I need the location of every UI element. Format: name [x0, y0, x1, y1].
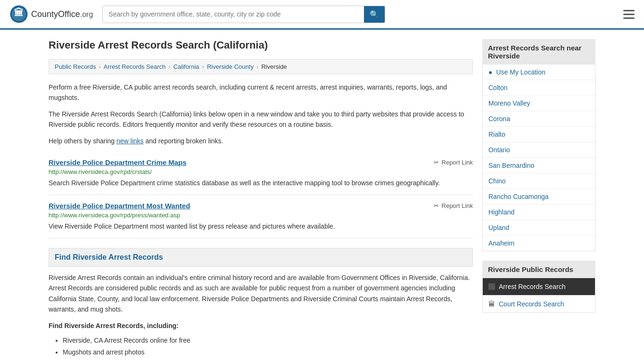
content-area: Riverside Arrest Records Search (Califor… [49, 39, 473, 358]
pub-records-list: Arrest Records Search 🏛 Court Records Se… [482, 278, 595, 313]
pub-record-arrest-search[interactable]: Arrest Records Search [483, 278, 595, 296]
bullet-item-1: Riverside, CA Arrest Records online for … [63, 335, 473, 346]
breadcrumb-california[interactable]: California [173, 63, 199, 70]
record-desc-1: Search Riverside Police Department crime… [49, 178, 473, 188]
report-link-2[interactable]: ✂ Report Link [434, 202, 473, 209]
record-link-2[interactable]: Riverside Police Department Most Wanted [49, 202, 190, 210]
search-icon: 🔍 [370, 10, 379, 18]
find-subheading: Find Riverside Arrest Records, including… [49, 321, 473, 331]
menu-button[interactable] [623, 10, 635, 19]
logo-text: CountyOffice.org [31, 9, 93, 19]
description-1: Perform a free Riverside, CA public arre… [49, 82, 473, 103]
breadcrumb: Public Records › Arrest Records Search ›… [49, 59, 473, 74]
sidebar: Arrest Records Search near Riverside ● U… [482, 39, 595, 358]
description-3: Help others by sharing new links and rep… [49, 136, 473, 146]
record-item-2: Riverside Police Department Most Wanted … [49, 195, 473, 239]
main-container: Riverside Arrest Records Search (Califor… [39, 30, 605, 362]
pub-record-court-search[interactable]: 🏛 Court Records Search [483, 296, 595, 313]
nearby-city-rancho-cucamonga[interactable]: Rancho Cucamonga [483, 189, 595, 205]
use-my-location-item[interactable]: ● Use My Location [483, 65, 595, 80]
nearby-city-colton[interactable]: Colton [483, 80, 595, 96]
nearby-city-corona[interactable]: Corona [483, 111, 595, 127]
description-2: The Riverside Arrest Records Search (Cal… [49, 109, 473, 130]
nearby-title: Arrest Records Search near Riverside [482, 39, 595, 65]
use-my-location-link[interactable]: Use My Location [496, 68, 545, 76]
report-link-icon-1: ✂ [434, 159, 439, 166]
search-button[interactable]: 🔍 [364, 6, 385, 23]
location-icon: ● [488, 68, 492, 76]
bullet-item-2: Mugshots and arrest photos [63, 346, 473, 358]
breadcrumb-sep-4: › [256, 63, 258, 70]
menu-line-1 [623, 10, 635, 11]
breadcrumb-sep-2: › [168, 63, 170, 70]
nearby-city-upland[interactable]: Upland [483, 220, 595, 236]
page-header: 🏛 CountyOffice.org 🔍 [0, 0, 644, 30]
nearby-section: Arrest Records Search near Riverside ● U… [482, 39, 595, 251]
search-input[interactable] [103, 7, 364, 22]
record-item-1: Riverside Police Department Crime Maps ✂… [49, 152, 473, 195]
report-link-icon-2: ✂ [434, 202, 439, 209]
search-bar: 🔍 [102, 6, 385, 23]
nearby-city-moreno-valley[interactable]: Moreno Valley [483, 96, 595, 111]
breadcrumb-public-records[interactable]: Public Records [55, 63, 96, 70]
nearby-city-ontario[interactable]: Ontario [483, 142, 595, 158]
svg-text:🏛: 🏛 [14, 7, 24, 18]
find-section-header: Find Riverside Arrest Records [49, 248, 473, 267]
record-desc-2: View Riverside Police Department most wa… [49, 222, 473, 231]
menu-line-3 [623, 17, 635, 19]
menu-line-2 [623, 14, 635, 15]
record-url-1: http://www.riversideca.gov/rpd/crstats/ [49, 168, 473, 175]
report-link-1[interactable]: ✂ Report Link [434, 159, 473, 166]
nearby-list: ● Use My Location Colton Moreno Valley C… [482, 65, 595, 251]
nearby-city-highland[interactable]: Highland [483, 205, 595, 220]
new-links-link[interactable]: new links [116, 137, 144, 145]
court-search-link[interactable]: Court Records Search [499, 300, 564, 308]
breadcrumb-sep-3: › [202, 63, 204, 70]
logo-icon: 🏛 [9, 5, 28, 24]
arrest-search-icon [488, 283, 495, 290]
nearby-city-rialto[interactable]: Rialto [483, 127, 595, 142]
nearby-city-san-bernardino[interactable]: San Bernardino [483, 158, 595, 173]
breadcrumb-arrest-records[interactable]: Arrest Records Search [104, 63, 166, 70]
pub-records-section: Riverside Public Records Arrest Records … [482, 261, 595, 313]
court-search-icon: 🏛 [488, 300, 495, 308]
logo-link[interactable]: 🏛 CountyOffice.org [9, 5, 93, 24]
breadcrumb-riverside-county[interactable]: Riverside County [207, 63, 254, 70]
breadcrumb-sep-1: › [99, 63, 100, 70]
find-section-body: Riverside Arrest Records contain an indi… [49, 272, 473, 315]
record-item-2-header: Riverside Police Department Most Wanted … [49, 202, 473, 210]
arrest-search-link[interactable]: Arrest Records Search [499, 283, 566, 290]
record-url-2: http://www.riversideca.gov/rpd/press/wan… [49, 212, 473, 219]
nearby-city-anaheim[interactable]: Anaheim [483, 236, 595, 251]
page-title: Riverside Arrest Records Search (Califor… [49, 39, 473, 51]
record-item-1-header: Riverside Police Department Crime Maps ✂… [49, 158, 473, 166]
record-link-1[interactable]: Riverside Police Department Crime Maps [49, 158, 187, 166]
pub-records-title: Riverside Public Records [482, 261, 595, 278]
bullet-list: Riverside, CA Arrest Records online for … [49, 335, 473, 358]
nearby-city-chino[interactable]: Chino [483, 173, 595, 189]
breadcrumb-riverside: Riverside [261, 63, 287, 70]
